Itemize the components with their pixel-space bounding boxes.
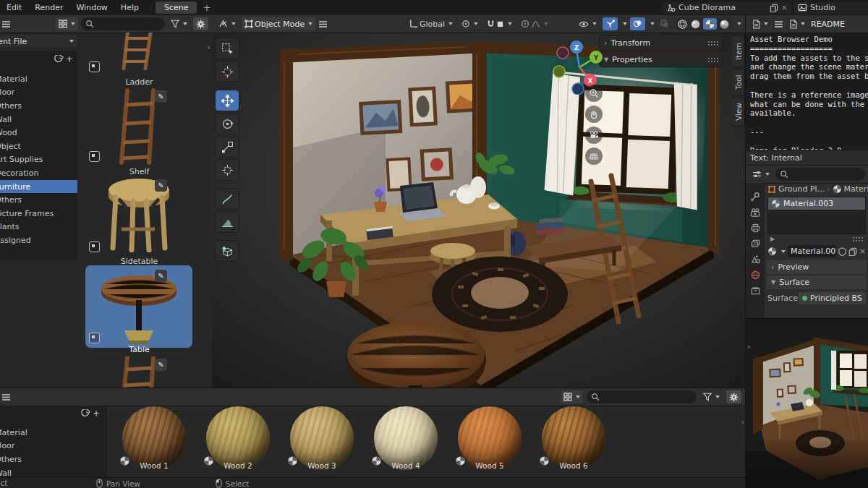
tab-object-icon[interactable]	[751, 286, 760, 295]
npanel-transform-header[interactable]: › Transform	[599, 35, 723, 51]
breadcrumb-material[interactable]: Material	[844, 184, 868, 194]
text-menu-icon[interactable]	[774, 20, 783, 28]
menu-render[interactable]: Render	[28, 3, 69, 12]
tab-tool-icon[interactable]	[750, 192, 760, 202]
display-mode-dropdown[interactable]	[56, 17, 78, 30]
material-asset[interactable]: Wood 2	[206, 406, 270, 478]
asset-select-checkbox[interactable]	[89, 151, 100, 162]
catalog-item[interactable]: Assigned	[0, 234, 77, 247]
gizmo-y-label[interactable]: Y	[593, 54, 599, 61]
properties-search-input[interactable]	[775, 168, 865, 181]
tab-view-layer-icon[interactable]	[751, 239, 760, 248]
catalog-item[interactable]: Wall	[0, 466, 107, 478]
shading-material-icon[interactable]	[703, 18, 717, 30]
new-catalog-button[interactable]: +	[81, 408, 100, 419]
expand-icon[interactable]: ▶	[770, 236, 775, 242]
preview-panel-header[interactable]: ›Preview	[767, 260, 867, 274]
material-name-field[interactable]: Material.003	[788, 245, 836, 257]
edit-asset-icon[interactable]: ✎	[155, 179, 167, 192]
surface-shader-button[interactable]: Principled BS	[799, 292, 866, 304]
breadcrumb-object[interactable]: Ground Pl...	[778, 184, 825, 194]
tool-move[interactable]	[215, 90, 239, 111]
filter-dropdown[interactable]	[168, 17, 190, 30]
menu-window[interactable]: Window	[69, 3, 114, 12]
tool-scale[interactable]	[215, 136, 239, 158]
new-workspace-button[interactable]: +	[197, 2, 216, 13]
copy-icon[interactable]	[848, 247, 857, 256]
zoom-button[interactable]	[585, 85, 603, 102]
asset-thumbnail[interactable]	[93, 356, 185, 388]
catalog-item[interactable]: Wood	[0, 126, 77, 140]
overlays-toggle[interactable]	[630, 17, 645, 30]
edit-asset-icon[interactable]: ✎	[155, 359, 167, 371]
catalog-item[interactable]: Material	[0, 72, 77, 86]
gizmo-x-label[interactable]: X	[588, 77, 593, 85]
catalog-item[interactable]: Material	[0, 426, 107, 440]
catalog-item[interactable]: Floor	[0, 86, 77, 100]
asset-select-checkbox[interactable]	[89, 61, 100, 72]
settings-button[interactable]	[193, 17, 208, 30]
text-datablock-dropdown[interactable]	[786, 17, 808, 30]
material-sphere-preview[interactable]	[374, 406, 438, 470]
material-sphere-preview[interactable]	[458, 406, 522, 470]
reference-image-panel[interactable]: ›	[746, 318, 868, 488]
viewport-scene[interactable]	[212, 33, 745, 388]
pivot-dropdown[interactable]	[459, 17, 481, 30]
material-sphere-preview[interactable]	[542, 406, 605, 470]
gizmo-z-label[interactable]: Z	[574, 44, 579, 51]
npanel-tab-view[interactable]: View	[732, 98, 745, 127]
expand-arrow-icon[interactable]: ›	[747, 342, 750, 351]
collapse-arrow-icon[interactable]: ‹	[208, 43, 210, 52]
asset-source-dropdown[interactable]: Current File	[0, 35, 77, 48]
tool-select-box[interactable]	[215, 38, 239, 59]
xray-toggle[interactable]	[658, 17, 672, 30]
catalog-item[interactable]: Wall	[0, 113, 77, 127]
pan-hand-button[interactable]	[585, 106, 603, 123]
material-slot-list[interactable]: Material.003	[767, 197, 866, 234]
gizmos-toggle[interactable]	[603, 17, 618, 30]
material-slot-row[interactable]: Material.003	[768, 197, 865, 210]
edit-asset-icon[interactable]: ✎	[155, 90, 167, 103]
drag-grip-icon[interactable]	[707, 57, 718, 62]
mode-dropdown[interactable]: Object Mode	[242, 17, 315, 30]
menu-help[interactable]: Help	[114, 3, 145, 12]
menu-edit[interactable]: Edit	[0, 3, 28, 12]
catalog-item[interactable]: Art Supplies	[0, 153, 77, 167]
drag-grip-icon[interactable]	[852, 236, 863, 241]
shading-wireframe-icon[interactable]	[677, 19, 688, 30]
search-input[interactable]	[81, 17, 165, 30]
orientation-dropdown[interactable]: Global	[407, 17, 456, 30]
editor-type-dropdown[interactable]	[749, 168, 773, 181]
material-asset[interactable]: Wood 6	[542, 406, 605, 478]
snap-toggle[interactable]	[484, 17, 515, 30]
asset-thumbnail[interactable]	[93, 87, 185, 166]
tab-world-icon[interactable]	[751, 270, 760, 280]
tool-measure[interactable]	[215, 211, 239, 233]
tool-rotate[interactable]	[215, 113, 239, 134]
material-asset[interactable]: Wood 3	[290, 406, 354, 478]
editor-menu-icon[interactable]	[1, 393, 11, 401]
asset-select-checkbox[interactable]	[89, 241, 100, 252]
catalog-item[interactable]: Furniture	[0, 180, 77, 194]
editor-type-dropdown[interactable]	[749, 17, 771, 30]
orthographic-toggle-button[interactable]	[585, 147, 603, 165]
asset-thumbnail[interactable]	[93, 176, 185, 252]
new-catalog-button[interactable]: +	[54, 54, 73, 64]
npanel-properties-header[interactable]: ▼ Properties	[599, 51, 723, 67]
copy-icon[interactable]	[770, 4, 778, 12]
settings-button[interactable]	[726, 390, 741, 403]
catalog-item[interactable]: Floor	[0, 440, 107, 453]
drag-grip-icon[interactable]	[707, 40, 718, 46]
tab-output-icon[interactable]	[751, 223, 760, 233]
tool-cursor[interactable]	[215, 61, 239, 82]
filter-dropdown[interactable]	[700, 390, 723, 403]
search-input[interactable]	[587, 390, 697, 403]
asset-thumbnail[interactable]	[93, 270, 185, 345]
edit-asset-icon[interactable]: ✎	[155, 270, 167, 282]
tool-add-cube[interactable]	[215, 240, 239, 262]
material-asset[interactable]: Wood 5	[458, 406, 522, 478]
tool-annotate[interactable]	[215, 188, 239, 210]
view-layer-selector[interactable]: Studio	[794, 2, 868, 14]
collapse-arrow-icon[interactable]: ‹	[741, 417, 744, 427]
npanel-tab-item[interactable]: Item	[732, 35, 745, 67]
